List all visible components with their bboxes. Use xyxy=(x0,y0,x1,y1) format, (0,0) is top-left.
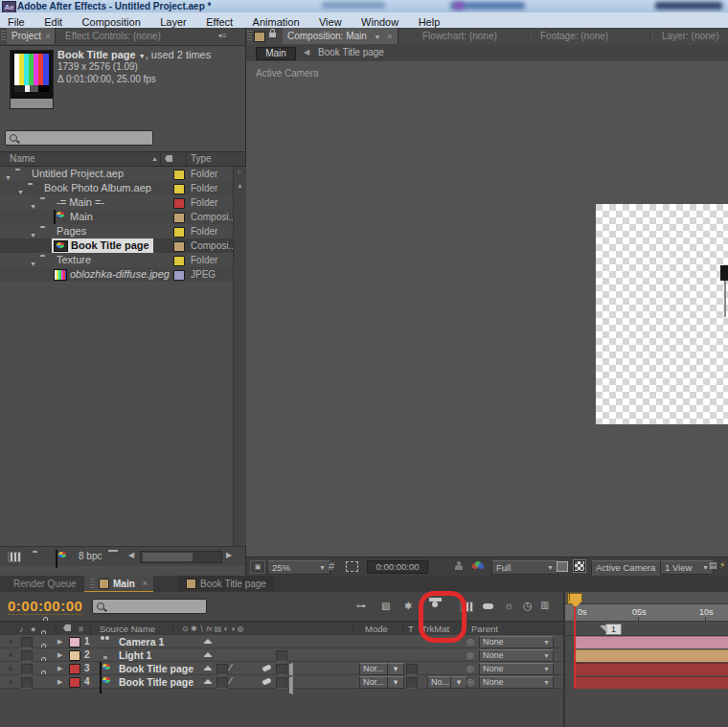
menu-animation[interactable]: Animation xyxy=(245,15,307,28)
threed-switch-icon[interactable] xyxy=(291,676,293,694)
label-column-icon[interactable] xyxy=(63,625,71,631)
tab-book-title-page[interactable]: Book Title page xyxy=(178,576,274,591)
fast-preview-icon[interactable]: ⚡ xyxy=(719,560,725,570)
pixel-aspect-icon[interactable]: ▤ xyxy=(709,560,717,570)
parent-dropdown[interactable]: None▼ xyxy=(479,663,554,675)
quality-switch-icon[interactable]: ∕ xyxy=(230,662,232,672)
tree-row-selected[interactable]: Book Title page Composi... xyxy=(0,239,233,253)
layer-name[interactable]: Book Title page xyxy=(119,663,193,674)
scroll-up-icon[interactable]: ▲ xyxy=(237,182,243,189)
layer-row-1[interactable]: ▶ 1 Camera 1 ◎ None▼ xyxy=(0,635,563,648)
menu-effect[interactable]: Effect xyxy=(198,15,240,28)
layer-row-3[interactable]: ▶ 3 Book Title page ∕ Nor... ▾ ◎ None▼ xyxy=(0,662,563,675)
label-chip[interactable] xyxy=(69,650,80,661)
tree-row[interactable]: oblozhka-diffuse.jpeg JPEG xyxy=(0,267,233,282)
resolution-dropdown[interactable]: Full▼ xyxy=(491,560,558,575)
collapse-switch-icon[interactable] xyxy=(203,652,213,657)
solo-column-icon[interactable]: ● xyxy=(31,625,35,634)
time-ruler[interactable]: 0s 05s 10s xyxy=(565,604,728,622)
label-chip[interactable] xyxy=(173,213,185,223)
magnification-dropdown[interactable]: 25%▼ xyxy=(267,560,330,575)
switch-box[interactable] xyxy=(216,664,228,675)
tree-row[interactable]: ▼ Untitled Project.aep Folder xyxy=(0,167,233,181)
effect-switch-icon[interactable] xyxy=(262,677,271,685)
layer-bar-1[interactable] xyxy=(575,636,728,648)
sort-arrow-icon[interactable]: ▲ xyxy=(151,155,158,162)
layer-name[interactable]: Book Title page xyxy=(119,676,193,688)
menu-view[interactable]: View xyxy=(311,15,350,28)
breadcrumb-current[interactable]: Main xyxy=(256,47,296,60)
label-chip[interactable] xyxy=(173,184,185,194)
tree-row[interactable]: ▼ Book Photo Album.aep Folder xyxy=(0,181,233,195)
column-mode[interactable]: Mode xyxy=(365,624,388,634)
label-chip[interactable] xyxy=(69,677,80,688)
trkmat-dropdown-arrow[interactable]: ▾ xyxy=(450,676,467,689)
column-parent[interactable]: Parent xyxy=(471,624,498,634)
comp-viewport[interactable]: Active Camera xyxy=(246,61,728,557)
menu-edit[interactable]: Edit xyxy=(36,15,70,28)
expand-arrow-icon[interactable]: ▶ xyxy=(57,651,62,659)
timeline-search-input[interactable] xyxy=(92,599,207,614)
label-chip[interactable] xyxy=(173,256,185,266)
column-type[interactable]: Type xyxy=(191,153,212,164)
label-column-icon[interactable] xyxy=(165,155,172,162)
layer-bar-4[interactable] xyxy=(575,676,728,689)
close-icon[interactable]: × xyxy=(387,32,392,41)
tree-row[interactable]: ▼ Pages Folder xyxy=(0,224,233,239)
pickwhip-icon[interactable]: ◎ xyxy=(466,650,474,660)
tree-row[interactable]: Main Composi... xyxy=(0,210,233,224)
label-chip[interactable] xyxy=(173,170,185,180)
switch-box[interactable] xyxy=(276,677,287,689)
mini-flowchart-icon[interactable]: ⊶ xyxy=(356,601,366,611)
trkmat-box[interactable] xyxy=(406,677,418,689)
switch-box[interactable] xyxy=(276,650,287,662)
layer-name[interactable]: Light 1 xyxy=(119,649,151,661)
menu-layer[interactable]: Layer xyxy=(152,15,194,28)
audio-column-icon[interactable]: ♪ xyxy=(19,625,24,634)
panel-grip[interactable] xyxy=(247,31,252,42)
switch-box[interactable] xyxy=(216,677,228,689)
tab-main[interactable]: Main × xyxy=(84,576,153,592)
label-chip[interactable] xyxy=(69,664,80,674)
panel-menu-icon[interactable]: ▾≡ xyxy=(218,32,227,40)
expand-arrow-icon[interactable]: ▶ xyxy=(57,638,62,646)
target-region-icon[interactable] xyxy=(557,561,568,572)
current-time-display[interactable]: 0:00:00:00 xyxy=(8,598,82,615)
always-preview-icon[interactable]: ▣ xyxy=(250,560,265,574)
tab-layer[interactable]: Layer: (none) xyxy=(656,28,724,44)
mode-dropdown-arrow[interactable]: ▾ xyxy=(387,663,404,675)
number-column-icon[interactable]: # xyxy=(79,625,83,634)
menu-composition[interactable]: Composition xyxy=(75,15,148,28)
column-t[interactable]: T xyxy=(408,624,414,634)
tree-row[interactable]: ▼ -= Main =- Folder xyxy=(0,195,233,210)
menu-window[interactable]: Window xyxy=(353,15,406,28)
live-update-icon[interactable]: ✱ xyxy=(404,601,412,611)
new-composition-icon[interactable] xyxy=(56,550,57,568)
label-chip[interactable] xyxy=(173,270,185,281)
view-layout-dropdown[interactable]: 1 View▼ xyxy=(660,560,714,575)
effect-switch-icon[interactable] xyxy=(262,664,271,671)
audio-toggle[interactable] xyxy=(21,664,33,675)
auto-keyframe-icon[interactable]: ◷ xyxy=(523,600,533,612)
layer-bar-2[interactable] xyxy=(575,649,728,662)
project-vscrollbar[interactable]: ⁘ ▲ xyxy=(233,167,246,546)
pickwhip-icon[interactable]: ◎ xyxy=(466,664,474,673)
label-chip[interactable] xyxy=(173,241,185,252)
audio-toggle[interactable] xyxy=(21,650,33,662)
chevron-down-icon[interactable]: ▼ xyxy=(375,34,381,40)
lock-icon[interactable] xyxy=(269,33,276,37)
audio-toggle[interactable] xyxy=(21,677,33,689)
graph-editor-icon[interactable]: ▥ xyxy=(540,600,549,610)
motion-blur-icon[interactable] xyxy=(483,603,493,609)
column-source-name[interactable]: Source Name xyxy=(100,624,155,634)
comp-timecode[interactable]: 0:00:00:00 xyxy=(367,560,428,574)
playhead-line[interactable] xyxy=(574,604,576,689)
safe-margins-icon[interactable]: # xyxy=(329,560,334,572)
transparency-grid-icon[interactable] xyxy=(574,560,585,572)
layer-row-4[interactable]: ▶ 4 Book Title page ∕ Nor... ▾ No... ▾ ◎… xyxy=(0,675,563,689)
label-chip[interactable] xyxy=(173,227,185,238)
menu-file[interactable]: File xyxy=(0,15,33,28)
brainstorm-icon[interactable]: ☼ xyxy=(504,600,513,611)
tab-flowchart[interactable]: Flowchart: (none) xyxy=(417,28,503,44)
expand-arrow-icon[interactable]: ▶ xyxy=(57,678,62,686)
